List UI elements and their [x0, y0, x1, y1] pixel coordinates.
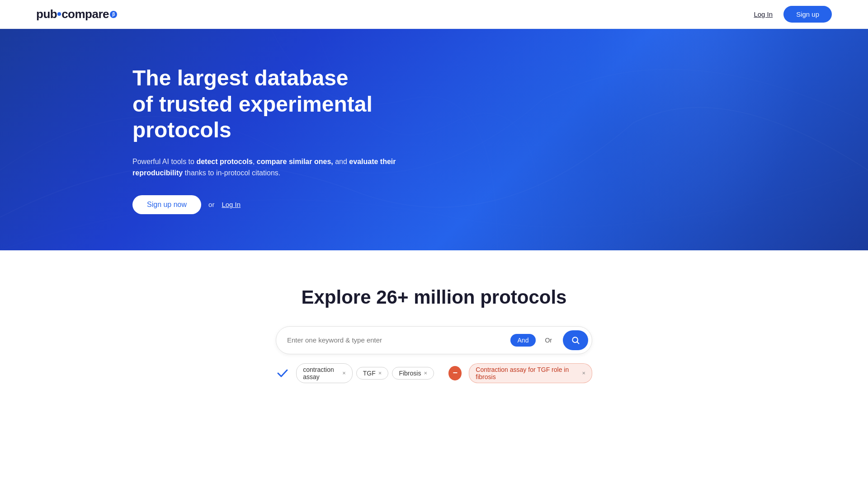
tag-fibrosis-remove[interactable]: ×: [424, 370, 427, 376]
logo-pub-text: pub: [36, 7, 57, 21]
operator-or-button[interactable]: Or: [538, 334, 559, 347]
svg-line-1: [577, 342, 579, 344]
hero-title-line1: The largest database: [132, 66, 349, 90]
hero-title-line2: of trusted experimental protocols: [132, 92, 373, 142]
nav-signup-button[interactable]: Sign up: [783, 6, 832, 23]
hero-subtitle-bold2: compare similar ones,: [257, 158, 333, 165]
hero-subtitle-prefix: Powerful AI tools to: [132, 158, 196, 165]
hero-login-link[interactable]: Log In: [222, 201, 241, 208]
hero-subtitle: Powerful AI tools to detect protocols, c…: [132, 156, 404, 179]
search-input[interactable]: [287, 336, 510, 344]
tags-row: contraction assay × TGF × Fibrosis × − C…: [276, 363, 592, 383]
hero-content: The largest database of trusted experime…: [132, 65, 404, 214]
hero-subtitle-bold1: detect protocols: [196, 158, 252, 165]
hero-subtitle-middle: and: [333, 158, 349, 165]
hero-signup-now-button[interactable]: Sign up now: [132, 195, 201, 214]
hero-title: The largest database of trusted experime…: [132, 65, 404, 143]
operator-and-button[interactable]: And: [510, 334, 536, 347]
explore-title: Explore 26+ million protocols: [302, 286, 567, 308]
hero-decorative-lines: [0, 29, 868, 250]
navbar: pubcompareβ Log In Sign up: [0, 0, 868, 29]
search-icon: [571, 336, 580, 345]
hero-actions: Sign up now or Log In: [132, 195, 404, 214]
search-operators: And Or: [510, 334, 559, 347]
tag-exclude-remove[interactable]: ×: [582, 370, 585, 376]
explore-section: Explore 26+ million protocols And Or: [0, 250, 868, 410]
logo-dot-icon: [57, 12, 61, 16]
search-container: And Or contraction assay ×: [276, 326, 592, 383]
hero-subtitle-suffix: thanks to in-protocol citations.: [183, 169, 280, 177]
tag-exclude-contraction-tgf[interactable]: Contraction assay for TGF role in fibros…: [469, 363, 592, 383]
logo-compare-text: compare: [61, 7, 109, 21]
hero-or-text: or: [208, 201, 214, 208]
tag-tgf-remove[interactable]: ×: [378, 370, 382, 376]
include-tags-group: contraction assay × TGF × Fibrosis ×: [296, 363, 434, 383]
tag-contraction-assay[interactable]: contraction assay ×: [296, 363, 353, 383]
search-box: And Or: [276, 326, 592, 354]
search-submit-button[interactable]: [563, 330, 588, 350]
nav-right: Log In Sign up: [754, 6, 832, 23]
tag-fibrosis[interactable]: Fibrosis ×: [392, 367, 434, 380]
tag-contraction-assay-remove[interactable]: ×: [342, 370, 346, 376]
include-check-icon: [276, 366, 289, 380]
tag-tgf[interactable]: TGF ×: [356, 367, 389, 380]
hero-subtitle-sep1: ,: [253, 158, 257, 165]
exclude-tags-group: Contraction assay for TGF role in fibros…: [469, 363, 592, 383]
nav-login-button[interactable]: Log In: [754, 10, 773, 18]
logo-beta-badge: β: [110, 11, 117, 18]
exclude-minus-icon: −: [448, 366, 462, 380]
hero-section: The largest database of trusted experime…: [0, 29, 868, 250]
logo: pubcompareβ: [36, 7, 117, 21]
